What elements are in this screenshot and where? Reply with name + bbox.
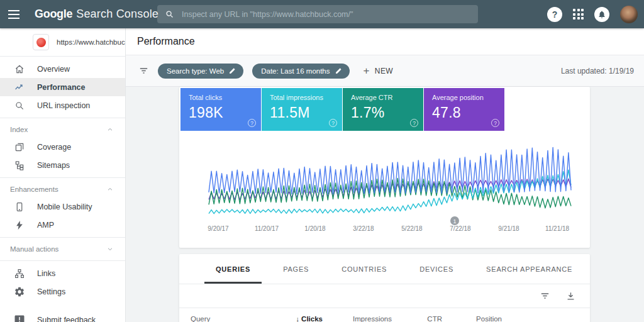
search-type-chip[interactable]: Search type: Web xyxy=(158,64,243,79)
sidebar-item-overview[interactable]: Overview xyxy=(0,60,125,78)
lightning-icon xyxy=(14,219,25,231)
chevron-down-icon xyxy=(106,245,114,253)
performance-chart-panel: Total clicks 198K ? Total impressions 11… xyxy=(179,87,590,248)
topbar-actions: ? xyxy=(547,0,638,28)
performance-chart[interactable]: 9/20/1711/20/171/20/183/22/185/22/187/22… xyxy=(179,132,590,248)
svg-text:1: 1 xyxy=(453,218,456,225)
spacer xyxy=(0,301,125,311)
sidebar-item-url-inspection[interactable]: URL inspection xyxy=(0,96,125,114)
help-icon[interactable]: ? xyxy=(547,7,562,22)
sidebar-item-label: Submit feedback xyxy=(37,316,96,322)
dimensions-table-panel: QUERIES PAGES COUNTRIES DEVICES SEARCH A… xyxy=(179,254,590,322)
svg-text:7/22/18: 7/22/18 xyxy=(450,225,471,232)
home-icon xyxy=(14,64,25,75)
svg-text:11/21/18: 11/21/18 xyxy=(545,225,570,232)
svg-text:9/20/17: 9/20/17 xyxy=(208,225,229,232)
help-circle-icon[interactable]: ? xyxy=(410,119,418,127)
logo-google: Google xyxy=(35,8,72,21)
feedback-icon xyxy=(14,314,25,322)
help-circle-icon[interactable]: ? xyxy=(491,119,499,127)
date-range-chip[interactable]: Date: Last 16 months xyxy=(252,64,349,79)
metric-cards: Total clicks 198K ? Total impressions 11… xyxy=(180,88,504,131)
svg-text:1/20/18: 1/20/18 xyxy=(304,225,326,232)
sidebar-item-label: AMP xyxy=(37,221,54,230)
help-circle-icon[interactable]: ? xyxy=(248,119,256,127)
download-icon[interactable] xyxy=(565,291,576,301)
total-impressions-card[interactable]: Total impressions 11.5M ? xyxy=(262,88,342,131)
column-header-ctr[interactable]: CTR xyxy=(392,315,442,322)
sidebar-item-label: Settings xyxy=(37,287,65,296)
sidebar-item-label: Sitemaps xyxy=(37,161,70,170)
main-content: Performance Search type: Web Date: Last … xyxy=(126,28,644,322)
total-clicks-card[interactable]: Total clicks 198K ? xyxy=(180,88,261,131)
search-icon xyxy=(165,9,174,19)
metric-label: Total impressions xyxy=(270,94,342,101)
chip-label: Search type: Web xyxy=(167,67,224,75)
svg-text:3/22/18: 3/22/18 xyxy=(353,225,374,232)
sitemap-tree-icon xyxy=(14,160,25,171)
sidebar-item-label: Mobile Usability xyxy=(37,203,92,211)
sidebar-section-index[interactable]: Index xyxy=(0,121,125,138)
average-position-card[interactable]: Average position 47.8 ? xyxy=(424,88,504,131)
phone-icon xyxy=(14,201,25,213)
table-toolbar xyxy=(179,284,590,308)
edit-pencil-icon xyxy=(335,67,342,74)
tab-pages[interactable]: PAGES xyxy=(267,254,325,284)
chip-label: Date: Last 16 months xyxy=(261,67,330,75)
tab-queries[interactable]: QUERIES xyxy=(199,254,267,284)
logo-search-console: Search Console xyxy=(76,8,158,21)
filter-list-icon[interactable] xyxy=(138,65,149,76)
section-label: Enhancements xyxy=(10,186,58,193)
sidebar-item-performance[interactable]: Performance xyxy=(0,78,125,96)
section-label: Index xyxy=(10,126,28,133)
sidebar-item-sitemaps[interactable]: Sitemaps xyxy=(0,156,125,174)
url-inspect-searchbox[interactable] xyxy=(157,5,478,23)
chevron-up-icon xyxy=(106,186,114,193)
sidebar-item-label: Coverage xyxy=(37,143,71,152)
pages-icon xyxy=(14,142,25,153)
sidebar-item-label: Overview xyxy=(37,65,70,74)
notifications-bell-icon[interactable] xyxy=(594,7,609,22)
tab-countries[interactable]: COUNTRIES xyxy=(325,254,403,284)
page-title: Performance xyxy=(137,36,195,47)
url-inspect-input[interactable] xyxy=(182,10,470,19)
sidebar-item-amp[interactable]: AMP xyxy=(0,216,125,234)
tab-devices[interactable]: DEVICES xyxy=(403,254,470,284)
column-header-impressions[interactable]: Impressions xyxy=(323,315,392,322)
sidebar-item-label: URL inspection xyxy=(37,101,90,110)
help-circle-icon[interactable]: ? xyxy=(329,119,337,127)
section-label: Manual actions xyxy=(10,245,58,253)
top-bar: Google Search Console ? xyxy=(0,0,644,28)
divider xyxy=(0,177,125,178)
divider xyxy=(0,260,125,261)
divider xyxy=(0,118,125,118)
tab-search-appearance[interactable]: SEARCH APPEARANCE xyxy=(470,254,589,284)
filter-bar: Search type: Web Date: Last 16 months + … xyxy=(126,55,644,87)
last-updated-text: Last updated: 1/19/19 xyxy=(561,67,634,75)
average-ctr-card[interactable]: Average CTR 1.7% ? xyxy=(343,88,423,131)
sidebar-item-settings[interactable]: Settings xyxy=(0,282,125,301)
svg-text:9/21/18: 9/21/18 xyxy=(498,225,519,232)
sidebar-item-mobile-usability[interactable]: Mobile Usability xyxy=(0,197,125,216)
sort-arrow-icon: ↓ xyxy=(296,315,300,322)
menu-icon[interactable] xyxy=(0,10,28,19)
property-selector[interactable]: https://www.hatchbuck.com/ xyxy=(0,28,125,57)
metric-label: Average position xyxy=(432,94,504,101)
sidebar-section-manual-actions[interactable]: Manual actions xyxy=(0,241,125,257)
sidebar-item-submit-feedback[interactable]: Submit feedback xyxy=(0,311,125,322)
sidebar-item-links[interactable]: Links xyxy=(0,264,125,282)
user-avatar[interactable] xyxy=(620,6,638,23)
sidebar-nav: Overview Performance URL inspection Inde… xyxy=(0,57,125,322)
sidebar-section-enhancements[interactable]: Enhancements xyxy=(0,181,125,197)
column-header-query[interactable]: Query xyxy=(191,315,269,322)
new-filter-button[interactable]: + NEW xyxy=(364,65,394,77)
apps-grid-icon[interactable] xyxy=(573,9,584,19)
app-logo[interactable]: Google Search Console xyxy=(35,8,158,21)
table-filter-icon[interactable] xyxy=(540,291,550,301)
sidebar-item-coverage[interactable]: Coverage xyxy=(0,138,125,156)
sidebar-item-label: Links xyxy=(37,269,55,278)
column-header-position[interactable]: Position xyxy=(442,315,502,322)
column-header-clicks[interactable]: ↓Clicks xyxy=(269,315,323,322)
property-favicon xyxy=(33,34,49,50)
svg-text:11/20/17: 11/20/17 xyxy=(255,225,279,232)
